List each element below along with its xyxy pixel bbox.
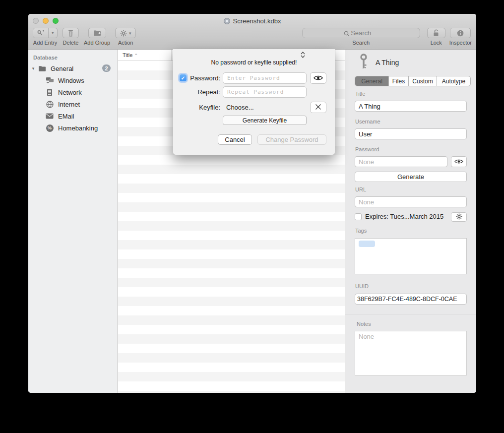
change-password-sheet: No password or keyfile supplied! ✓ Passw…	[173, 49, 335, 155]
password-checkbox[interactable]: ✓	[180, 74, 187, 81]
password-field-label: Password	[355, 146, 379, 152]
title-field[interactable]	[355, 101, 467, 112]
inspector-button[interactable]	[450, 28, 471, 38]
sidebar-item-label: Windows	[58, 77, 84, 84]
action-label: Action	[118, 40, 133, 46]
gear-icon	[456, 213, 462, 221]
add-group-label: Add Group	[84, 40, 110, 46]
sort-ascending-icon: ⌃	[134, 53, 138, 58]
titlebar[interactable]: Screenshot.kdbx	[28, 14, 476, 28]
inspector-panel: A Thing General Files Custom Autotype Ti…	[345, 50, 476, 393]
envelope-icon	[45, 112, 54, 120]
chevron-down-icon: ▾	[129, 31, 131, 36]
change-password-button[interactable]: Change Password	[257, 134, 326, 145]
minimize-button[interactable]	[43, 18, 49, 24]
inspector-tool: Inspector	[449, 28, 472, 49]
lock-button[interactable]	[427, 28, 445, 38]
search-label: Search	[352, 40, 370, 46]
lock-tool: Lock	[427, 28, 445, 49]
app-window: Screenshot.kdbx ▾ Add Entry De	[28, 14, 476, 393]
add-entry-button[interactable]: ▾	[33, 28, 58, 38]
globe-icon	[45, 100, 54, 108]
sidebar-section-header: Database	[28, 50, 117, 62]
url-field[interactable]	[355, 196, 467, 207]
sheet-repeat-label: Repeat:	[188, 88, 220, 96]
sidebar-item-windows[interactable]: Windows	[28, 74, 117, 86]
uuid-label: UUID	[355, 283, 369, 289]
title-field-label: Title	[355, 91, 365, 97]
sidebar-item-label: Network	[58, 89, 82, 96]
add-group-tool: Add Group	[84, 28, 110, 49]
unlock-icon	[433, 29, 440, 37]
tab-autotype[interactable]: Autotype	[437, 76, 470, 86]
close-x-icon	[315, 103, 321, 112]
clear-keyfile-button[interactable]	[310, 102, 326, 113]
folder-plus-icon	[93, 30, 101, 36]
sidebar-item-network[interactable]: Network	[28, 86, 117, 98]
window-title-row: Screenshot.kdbx	[28, 14, 476, 28]
username-field-label: Username	[355, 119, 380, 124]
action-button[interactable]: ▾	[115, 28, 136, 38]
sheet-repeat-input[interactable]	[223, 86, 307, 98]
sheet-password-label: Password:	[188, 74, 220, 82]
close-button[interactable]	[33, 18, 39, 24]
trash-icon	[67, 30, 74, 37]
add-group-button[interactable]	[88, 28, 106, 38]
expires-settings-button[interactable]	[451, 212, 467, 222]
password-field[interactable]	[355, 156, 447, 167]
search-input[interactable]	[302, 28, 420, 38]
inspector-entry-title: A Thing	[376, 59, 399, 66]
inspector-label: Inspector	[449, 40, 472, 46]
tab-general[interactable]: General	[355, 76, 389, 86]
search-tool: Search	[302, 28, 420, 49]
info-icon	[457, 30, 464, 37]
generate-keyfile-button[interactable]: Generate Keyfile	[223, 116, 307, 125]
percent-icon: %	[45, 124, 54, 132]
add-entry-dropdown[interactable]: ▾	[49, 28, 57, 38]
reveal-password-button[interactable]	[451, 156, 467, 167]
username-field[interactable]	[355, 128, 467, 139]
tags-box[interactable]	[355, 238, 467, 274]
notes-field[interactable]	[355, 331, 467, 375]
document-proxy-icon	[224, 18, 230, 24]
entry-count-badge: 2	[102, 64, 111, 72]
action-tool: ▾ Action	[115, 28, 136, 49]
sidebar-item-general[interactable]: ▾ General 2	[28, 62, 117, 74]
tags-label: Tags	[355, 228, 367, 234]
gear-icon	[120, 30, 127, 37]
tab-files[interactable]: Files	[389, 76, 409, 86]
tag-chip[interactable]	[359, 241, 375, 247]
server-icon	[45, 88, 54, 96]
toolbar: ▾ Add Entry Delete Add Group	[28, 28, 476, 49]
add-entry-tool: ▾ Add Entry	[33, 28, 58, 49]
column-header-title[interactable]: Title ⌃	[118, 52, 170, 58]
cancel-button[interactable]: Cancel	[218, 134, 252, 145]
sidebar-item-internet[interactable]: Internet	[28, 98, 117, 110]
sidebar-item-label: EMail	[58, 113, 74, 120]
keyfile-popup[interactable]: Choose...	[226, 104, 254, 111]
uuid-field[interactable]	[355, 294, 467, 305]
tab-custom[interactable]: Custom	[409, 76, 437, 86]
sheet-keyfile-label: Keyfile:	[188, 104, 220, 111]
sidebar: Database ▾ General 2 Windows Network	[28, 50, 118, 393]
sidebar-item-homebanking[interactable]: % Homebanking	[28, 122, 117, 134]
zoom-button[interactable]	[53, 18, 59, 24]
delete-button[interactable]	[63, 28, 79, 38]
add-entry-label: Add Entry	[33, 40, 57, 46]
sidebar-item-email[interactable]: EMail	[28, 110, 117, 122]
folder-icon	[38, 64, 47, 72]
delete-label: Delete	[63, 40, 79, 46]
windows-icon	[45, 76, 54, 84]
url-field-label: URL	[355, 186, 366, 192]
section-divider	[345, 314, 476, 314]
eye-icon	[314, 74, 323, 83]
sheet-password-input[interactable]	[223, 72, 307, 84]
inspector-tabs: General Files Custom Autotype	[355, 76, 471, 86]
disclosure-triangle-icon[interactable]: ▾	[31, 66, 36, 71]
stepper-icon[interactable]	[300, 51, 306, 59]
notes-label: Notes	[357, 321, 371, 327]
sheet-reveal-password-button[interactable]	[310, 72, 326, 84]
expires-checkbox[interactable]	[355, 213, 362, 220]
generate-password-button[interactable]: Generate	[355, 172, 467, 182]
delete-tool: Delete	[63, 28, 79, 49]
